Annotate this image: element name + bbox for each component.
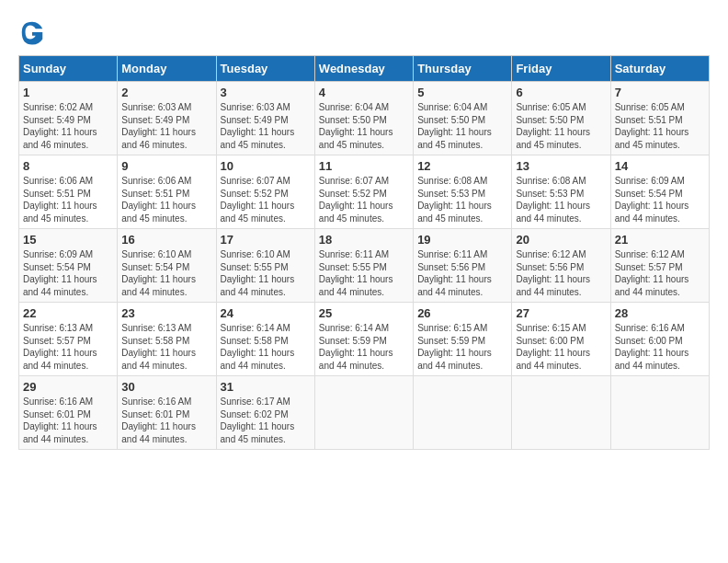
calendar-cell: 13 Sunrise: 6:08 AMSunset: 5:53 PMDaylig… xyxy=(512,155,610,229)
day-detail: Sunrise: 6:16 AMSunset: 6:01 PMDaylight:… xyxy=(121,396,196,444)
calendar-cell: 27 Sunrise: 6:15 AMSunset: 6:00 PMDaylig… xyxy=(512,303,610,376)
calendar-cell: 30 Sunrise: 6:16 AMSunset: 6:01 PMDaylig… xyxy=(118,376,216,450)
page-header xyxy=(18,18,710,46)
day-detail: Sunrise: 6:15 AMSunset: 5:59 PMDaylight:… xyxy=(417,323,492,371)
day-number: 10 xyxy=(221,159,311,173)
calendar-table: SundayMondayTuesdayWednesdayThursdayFrid… xyxy=(18,55,710,450)
day-number: 16 xyxy=(121,233,211,247)
calendar-cell: 17 Sunrise: 6:10 AMSunset: 5:55 PMDaylig… xyxy=(216,229,314,303)
day-detail: Sunrise: 6:04 AMSunset: 5:50 PMDaylight:… xyxy=(319,102,393,150)
calendar-week-3: 15 Sunrise: 6:09 AMSunset: 5:54 PMDaylig… xyxy=(19,229,710,303)
calendar-cell: 21 Sunrise: 6:12 AMSunset: 5:57 PMDaylig… xyxy=(610,229,709,303)
header-thursday: Thursday xyxy=(414,56,512,82)
day-number: 8 xyxy=(23,159,113,173)
calendar-week-1: 1 Sunrise: 6:02 AMSunset: 5:49 PMDayligh… xyxy=(19,82,710,155)
calendar-cell: 23 Sunrise: 6:13 AMSunset: 5:58 PMDaylig… xyxy=(118,303,216,376)
day-detail: Sunrise: 6:07 AMSunset: 5:52 PMDaylight:… xyxy=(221,176,295,224)
calendar-week-2: 8 Sunrise: 6:06 AMSunset: 5:51 PMDayligh… xyxy=(19,155,710,229)
calendar-cell: 18 Sunrise: 6:11 AMSunset: 5:55 PMDaylig… xyxy=(314,229,413,303)
day-number: 11 xyxy=(319,159,409,173)
day-number: 30 xyxy=(121,380,211,394)
calendar-cell: 7 Sunrise: 6:05 AMSunset: 5:51 PMDayligh… xyxy=(610,82,709,155)
day-number: 28 xyxy=(615,306,705,320)
day-number: 26 xyxy=(417,306,507,320)
day-number: 4 xyxy=(319,86,409,99)
header-wednesday: Wednesday xyxy=(314,56,413,82)
day-number: 19 xyxy=(417,233,507,247)
day-number: 25 xyxy=(319,306,409,320)
day-number: 2 xyxy=(121,86,211,99)
calendar-cell: 3 Sunrise: 6:03 AMSunset: 5:49 PMDayligh… xyxy=(216,82,314,155)
day-number: 13 xyxy=(516,159,606,173)
calendar-cell: 1 Sunrise: 6:02 AMSunset: 5:49 PMDayligh… xyxy=(19,82,118,155)
day-detail: Sunrise: 6:09 AMSunset: 5:54 PMDaylight:… xyxy=(23,249,97,297)
day-number: 5 xyxy=(417,86,507,99)
calendar-week-5: 29 Sunrise: 6:16 AMSunset: 6:01 PMDaylig… xyxy=(19,376,710,450)
calendar-cell: 12 Sunrise: 6:08 AMSunset: 5:53 PMDaylig… xyxy=(414,155,512,229)
header-saturday: Saturday xyxy=(610,56,709,82)
calendar-cell: 20 Sunrise: 6:12 AMSunset: 5:56 PMDaylig… xyxy=(512,229,610,303)
day-number: 1 xyxy=(23,86,113,99)
day-detail: Sunrise: 6:13 AMSunset: 5:58 PMDaylight:… xyxy=(121,323,196,371)
calendar-cell: 19 Sunrise: 6:11 AMSunset: 5:56 PMDaylig… xyxy=(414,229,512,303)
day-detail: Sunrise: 6:11 AMSunset: 5:55 PMDaylight:… xyxy=(319,249,393,297)
calendar-cell: 22 Sunrise: 6:13 AMSunset: 5:57 PMDaylig… xyxy=(19,303,118,376)
day-detail: Sunrise: 6:09 AMSunset: 5:54 PMDaylight:… xyxy=(615,176,689,224)
day-number: 12 xyxy=(417,159,507,173)
day-number: 17 xyxy=(221,233,311,247)
day-number: 21 xyxy=(615,233,705,247)
header-tuesday: Tuesday xyxy=(216,56,314,82)
day-number: 22 xyxy=(23,306,113,320)
day-number: 18 xyxy=(319,233,409,247)
calendar-cell: 10 Sunrise: 6:07 AMSunset: 5:52 PMDaylig… xyxy=(216,155,314,229)
calendar-cell: 29 Sunrise: 6:16 AMSunset: 6:01 PMDaylig… xyxy=(19,376,118,450)
day-detail: Sunrise: 6:14 AMSunset: 5:58 PMDaylight:… xyxy=(221,323,295,371)
day-detail: Sunrise: 6:08 AMSunset: 5:53 PMDaylight:… xyxy=(516,176,590,224)
day-detail: Sunrise: 6:15 AMSunset: 6:00 PMDaylight:… xyxy=(516,323,590,371)
day-detail: Sunrise: 6:05 AMSunset: 5:51 PMDaylight:… xyxy=(615,102,689,150)
calendar-cell xyxy=(610,376,709,450)
day-detail: Sunrise: 6:03 AMSunset: 5:49 PMDaylight:… xyxy=(221,102,295,150)
header-sunday: Sunday xyxy=(19,56,118,82)
day-number: 14 xyxy=(615,159,705,173)
day-detail: Sunrise: 6:10 AMSunset: 5:55 PMDaylight:… xyxy=(221,249,295,297)
day-detail: Sunrise: 6:04 AMSunset: 5:50 PMDaylight:… xyxy=(417,102,492,150)
day-detail: Sunrise: 6:12 AMSunset: 5:56 PMDaylight:… xyxy=(516,249,590,297)
day-detail: Sunrise: 6:06 AMSunset: 5:51 PMDaylight:… xyxy=(121,176,196,224)
day-detail: Sunrise: 6:03 AMSunset: 5:49 PMDaylight:… xyxy=(121,102,196,150)
header-friday: Friday xyxy=(512,56,610,82)
day-detail: Sunrise: 6:02 AMSunset: 5:49 PMDaylight:… xyxy=(23,102,97,150)
calendar-cell: 8 Sunrise: 6:06 AMSunset: 5:51 PMDayligh… xyxy=(19,155,118,229)
calendar-cell: 24 Sunrise: 6:14 AMSunset: 5:58 PMDaylig… xyxy=(216,303,314,376)
day-detail: Sunrise: 6:10 AMSunset: 5:54 PMDaylight:… xyxy=(121,249,196,297)
header-monday: Monday xyxy=(118,56,216,82)
day-detail: Sunrise: 6:16 AMSunset: 6:01 PMDaylight:… xyxy=(23,396,97,444)
day-number: 6 xyxy=(516,86,606,99)
calendar-cell: 5 Sunrise: 6:04 AMSunset: 5:50 PMDayligh… xyxy=(414,82,512,155)
day-detail: Sunrise: 6:17 AMSunset: 6:02 PMDaylight:… xyxy=(221,396,295,444)
calendar-cell: 11 Sunrise: 6:07 AMSunset: 5:52 PMDaylig… xyxy=(314,155,413,229)
day-detail: Sunrise: 6:07 AMSunset: 5:52 PMDaylight:… xyxy=(319,176,393,224)
header-row: SundayMondayTuesdayWednesdayThursdayFrid… xyxy=(19,56,710,82)
calendar-cell xyxy=(314,376,413,450)
calendar-cell: 31 Sunrise: 6:17 AMSunset: 6:02 PMDaylig… xyxy=(216,376,314,450)
day-detail: Sunrise: 6:11 AMSunset: 5:56 PMDaylight:… xyxy=(417,249,492,297)
calendar-cell: 14 Sunrise: 6:09 AMSunset: 5:54 PMDaylig… xyxy=(610,155,709,229)
calendar-cell: 28 Sunrise: 6:16 AMSunset: 6:00 PMDaylig… xyxy=(610,303,709,376)
calendar-week-4: 22 Sunrise: 6:13 AMSunset: 5:57 PMDaylig… xyxy=(19,303,710,376)
day-detail: Sunrise: 6:13 AMSunset: 5:57 PMDaylight:… xyxy=(23,323,97,371)
day-number: 31 xyxy=(221,380,311,394)
day-number: 29 xyxy=(23,380,113,394)
day-number: 24 xyxy=(221,306,311,320)
day-detail: Sunrise: 6:05 AMSunset: 5:50 PMDaylight:… xyxy=(516,102,590,150)
day-number: 3 xyxy=(221,86,311,99)
calendar-cell: 6 Sunrise: 6:05 AMSunset: 5:50 PMDayligh… xyxy=(512,82,610,155)
day-detail: Sunrise: 6:08 AMSunset: 5:53 PMDaylight:… xyxy=(417,176,492,224)
day-detail: Sunrise: 6:12 AMSunset: 5:57 PMDaylight:… xyxy=(615,249,689,297)
calendar-cell: 16 Sunrise: 6:10 AMSunset: 5:54 PMDaylig… xyxy=(118,229,216,303)
calendar-cell: 2 Sunrise: 6:03 AMSunset: 5:49 PMDayligh… xyxy=(118,82,216,155)
calendar-cell xyxy=(512,376,610,450)
day-detail: Sunrise: 6:16 AMSunset: 6:00 PMDaylight:… xyxy=(615,323,689,371)
calendar-cell xyxy=(414,376,512,450)
day-number: 15 xyxy=(23,233,113,247)
